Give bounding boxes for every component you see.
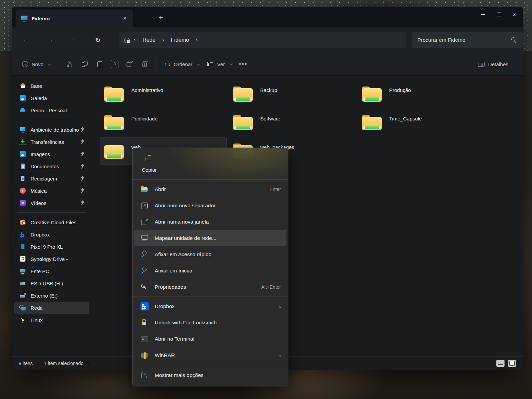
network-computer-icon <box>21 15 27 22</box>
sidebar-item-ambiente-de-trabalho[interactable]: Ambiente de trabalho <box>14 124 89 136</box>
close-button[interactable]: × <box>507 7 522 22</box>
menu-item-label: Afixar em Acesso rápido <box>155 251 211 258</box>
folder-icon <box>104 117 124 130</box>
folder-icon <box>362 117 382 130</box>
delete-button[interactable] <box>137 57 152 71</box>
sidebar-item-m-sica[interactable]: Música <box>14 185 89 197</box>
menu-item-afixar-em-iniciar[interactable]: Afixar em Iniciar <box>134 263 286 279</box>
sidebar-item-v-deos[interactable]: Vídeos <box>14 197 89 209</box>
see-more-button[interactable]: ••• <box>235 58 252 70</box>
menu-item-shortcut: Alt+Enter <box>261 284 281 290</box>
search-box[interactable]: Procurar em Fidemo <box>412 32 523 48</box>
sidebar-item-pedro-pessoal[interactable]: Pedro - Pessoal <box>14 104 89 116</box>
sidebar-item-documentos[interactable]: Documentos <box>14 160 89 172</box>
sidebar-item-label: Galeria <box>31 95 47 101</box>
folder-icon <box>233 88 253 102</box>
breadcrumb-rede[interactable]: Rede <box>139 36 159 44</box>
menu-item-abrir-numa-nova-janela[interactable]: Abrir numa nova janela <box>134 214 286 230</box>
chevron-down-icon <box>48 62 51 65</box>
forward-button[interactable]: → <box>43 34 57 46</box>
sidebar-item-linux[interactable]: Linux <box>14 314 89 326</box>
plus-circle-icon <box>22 61 28 68</box>
file-tile-administrativo[interactable]: Administrativo <box>100 80 226 108</box>
list-view-toggle[interactable] <box>496 360 505 367</box>
this-pc-icon <box>19 268 26 274</box>
menu-item-propriedades[interactable]: Propriedades Alt+Enter <box>134 279 286 295</box>
folder-open-icon <box>140 185 149 193</box>
file-tile-publicidade[interactable]: Publicidade <box>100 109 226 136</box>
file-name: Time_Capsule <box>389 116 422 121</box>
chevron-right-icon[interactable]: › <box>160 37 166 43</box>
new-button[interactable]: Novo <box>18 58 54 71</box>
menu-item-unlock-with-file-locksmith[interactable]: Unlock with File Locksmith <box>134 315 286 331</box>
sidebar-item-pixel-9-pro-xl[interactable]: Pixel 9 Pro XL <box>14 241 89 253</box>
menu-item-mapear-unidade-de-rede[interactable]: Mapear unidade de rede... <box>134 230 286 246</box>
menu-item-dropbox[interactable]: Dropbox › <box>134 298 286 315</box>
maximize-button[interactable] <box>491 7 507 22</box>
status-divider <box>38 361 38 366</box>
music-icon <box>19 187 26 194</box>
copy-button[interactable] <box>77 57 92 71</box>
file-tile-produ-o[interactable]: Produção <box>358 80 484 108</box>
cut-button[interactable] <box>62 57 77 71</box>
sidebar-item-imagens[interactable]: Imagens <box>14 148 89 160</box>
tab-close-icon[interactable]: × <box>120 14 130 23</box>
copy-quick-action[interactable]: Copiar <box>138 153 160 174</box>
back-button[interactable]: ← <box>19 34 33 46</box>
breadcrumb-fidemo[interactable]: Fidemo <box>168 36 192 44</box>
rename-icon <box>111 60 118 68</box>
menu-item-mostrar-mais-op-es[interactable]: Mostrar mais opções <box>134 366 286 384</box>
usb-drive-icon <box>19 280 26 287</box>
menu-item-winrar[interactable]: WinRAR › <box>134 347 286 363</box>
details-pane-button[interactable]: Detalhes <box>474 57 512 71</box>
dropbox-app-icon <box>140 302 149 310</box>
copy-label: Copiar <box>142 167 157 173</box>
share-button[interactable] <box>122 57 137 71</box>
menu-item-label: Mapear unidade de rede... <box>155 235 216 241</box>
tab-fidemo[interactable]: Fidemo × <box>16 10 133 27</box>
sidebar-divider <box>17 120 86 120</box>
rename-button[interactable] <box>107 57 122 71</box>
sidebar-item-synology-drive[interactable]: Synology Drive - <box>14 253 89 265</box>
refresh-button[interactable]: ↻ <box>91 34 105 46</box>
file-tile-time-capsule[interactable]: Time_Capsule <box>358 109 484 136</box>
thumbnail-view-toggle[interactable] <box>508 360 516 367</box>
sort-arrows-icon: ↑ <box>164 61 167 67</box>
network-globe-icon[interactable] <box>124 37 130 43</box>
menu-item-afixar-em-acesso-r-pido[interactable]: Afixar em Acesso rápido <box>134 246 286 263</box>
chevron-right-icon[interactable]: › <box>132 37 138 43</box>
sidebar-item-label: Música <box>31 188 47 194</box>
new-tab-button[interactable]: + <box>154 12 167 23</box>
sidebar-item-base[interactable]: Base <box>14 80 89 92</box>
sidebar-item-label: ESD-USB (H:) <box>31 281 63 286</box>
minimize-button[interactable] <box>475 7 491 22</box>
up-button[interactable]: ↑ <box>67 34 81 46</box>
search-icon[interactable] <box>511 37 517 43</box>
sidebar-item-galeria[interactable]: Galeria <box>14 92 89 104</box>
sidebar-item-externo-e[interactable]: Externo (E:) <box>14 289 89 302</box>
paste-button[interactable] <box>92 57 107 71</box>
menu-item-abrir-num-novo-separador[interactable]: Abrir num novo separador <box>134 197 286 214</box>
status-divider <box>89 361 89 366</box>
sidebar-item-esd-usb-h[interactable]: ESD-USB (H:) <box>14 277 89 289</box>
sidebar-item-label: Creative Cloud Files <box>31 220 76 225</box>
view-button[interactable]: Ver <box>203 57 235 71</box>
folder-icon <box>362 88 382 102</box>
sidebar-item-rede[interactable]: Rede <box>14 302 89 314</box>
padlock-icon <box>140 319 149 327</box>
chevron-right-icon[interactable]: › <box>194 37 200 43</box>
file-tile-software[interactable]: Software <box>229 109 355 136</box>
menu-item-abrir[interactable]: Abrir Enter <box>134 181 286 197</box>
sidebar-item-este-pc[interactable]: Este PC <box>14 265 89 277</box>
sidebar-item-label: Imagens <box>31 151 50 157</box>
menu-item-abrir-no-terminal[interactable]: Abrir no Terminal <box>134 331 286 347</box>
file-tile-backup[interactable]: Backup <box>229 80 355 108</box>
folder-icon <box>233 117 253 130</box>
sidebar-item-creative-cloud-files[interactable]: Creative Cloud Files <box>14 216 89 228</box>
sidebar-item-transfer-ncias[interactable]: Transferências <box>14 136 89 148</box>
sidebar-item-dropbox[interactable]: Dropbox <box>14 228 89 241</box>
sort-button[interactable]: ↑↓ Ordenar <box>160 58 203 70</box>
sidebar-item-reciclagem[interactable]: Reciclagem <box>14 172 89 185</box>
sidebar-item-label: Vídeos <box>31 200 46 206</box>
chevron-down-icon <box>197 62 200 65</box>
